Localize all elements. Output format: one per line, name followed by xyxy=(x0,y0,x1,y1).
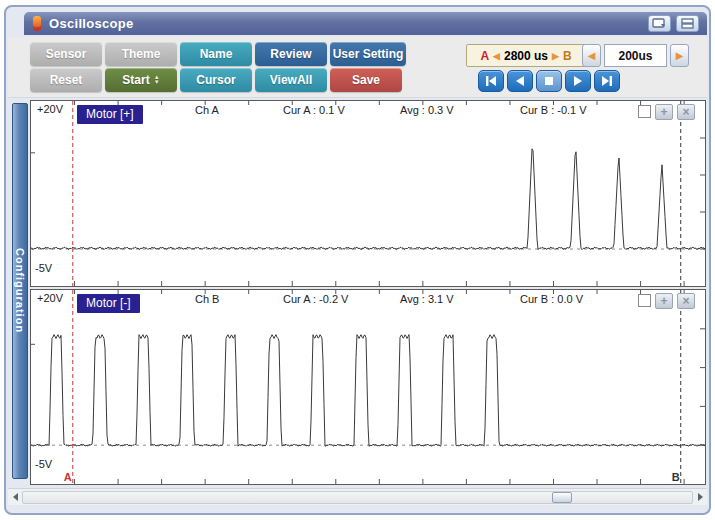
timebase-value: 200us xyxy=(604,44,667,67)
cursor-button[interactable]: Cursor xyxy=(180,68,252,92)
cursor-b-label: B xyxy=(563,49,572,63)
reset-button[interactable]: Reset xyxy=(30,68,102,92)
sensor-button[interactable]: Sensor xyxy=(30,42,102,66)
layout-panels-icon[interactable] xyxy=(676,15,699,32)
configuration-tab-label: Configuration xyxy=(14,248,26,333)
ch-b-signal-badge[interactable]: Motor [-] xyxy=(77,294,140,313)
ch-a-cursor-a-readout: Cur A : 0.1 V xyxy=(283,104,345,116)
cursor-range-value: 2800 us xyxy=(504,49,548,63)
cursor-b-arrow-icon: ▶ xyxy=(552,51,559,61)
scrollbar-track[interactable] xyxy=(22,491,693,504)
review-button[interactable]: Review xyxy=(255,42,327,66)
name-button[interactable]: Name xyxy=(180,42,252,66)
scroll-right-icon[interactable] xyxy=(693,490,707,505)
step-back-button[interactable] xyxy=(507,70,533,92)
ch-b-cursor-b-readout: Cur B : 0.0 V xyxy=(520,293,583,305)
user-setting-button[interactable]: User Setting xyxy=(330,42,406,66)
timebase-increase-button[interactable]: ▶ xyxy=(670,44,689,67)
ch-a-avg-readout: Avg : 0.3 V xyxy=(400,104,454,116)
capture-icon[interactable] xyxy=(648,15,671,32)
ch-b-close-icon[interactable]: × xyxy=(677,293,695,309)
scroll-left-icon[interactable] xyxy=(8,490,22,505)
timebase-decrease-button[interactable]: ◀ xyxy=(582,44,601,67)
ch-b-vmin-label: -5V xyxy=(35,458,52,470)
ch-b-avg-readout: Avg : 3.1 V xyxy=(400,293,454,305)
ch-a-cursor-b-readout: Cur B : -0.1 V xyxy=(520,104,587,116)
stop-button[interactable] xyxy=(536,70,562,92)
start-mode-spinner-icon: ▲▼ xyxy=(154,75,160,85)
horizontal-scrollbar xyxy=(8,488,707,505)
window-title: Oscilloscope xyxy=(49,16,134,31)
ch-b-cursor-a-readout: Cur A : -0.2 V xyxy=(283,293,348,305)
ch-a-vmax-label: +20V xyxy=(37,103,63,115)
configuration-tab[interactable]: Configuration xyxy=(12,103,28,479)
ch-a-signal-badge[interactable]: Motor [+] xyxy=(77,105,143,124)
ch-b-title: Ch B xyxy=(195,293,219,305)
app-icon xyxy=(33,16,41,31)
save-button[interactable]: Save xyxy=(330,68,402,92)
cursor-range-display: A ◀ 2800 us ▶ B xyxy=(466,44,586,67)
skip-to-start-button[interactable] xyxy=(478,70,504,92)
cursor-a-label: A xyxy=(480,49,489,63)
start-button[interactable]: Start ▲▼ xyxy=(105,68,177,92)
ch-b-select-checkbox[interactable] xyxy=(638,294,651,307)
theme-button[interactable]: Theme xyxy=(105,42,177,66)
ch-a-select-checkbox[interactable] xyxy=(638,105,651,118)
svg-text:A: A xyxy=(64,471,72,483)
step-forward-button[interactable] xyxy=(565,70,591,92)
ch-b-vmax-label: +20V xyxy=(37,292,63,304)
titlebar: Oscilloscope xyxy=(24,12,707,35)
ch-a-vmin-label: -5V xyxy=(35,262,52,274)
ch-a-close-icon[interactable]: × xyxy=(677,104,695,120)
ch-a-expand-icon[interactable]: + xyxy=(655,104,673,120)
start-button-label: Start xyxy=(122,73,149,87)
waveform-ch-b: AB xyxy=(31,290,705,484)
channel-b-panel: AB +20V -5V Motor [-] Ch B Cur A : -0.2 … xyxy=(30,289,706,485)
oscilloscope-window: Oscilloscope Sensor Theme Name Review Us… xyxy=(0,0,715,520)
skip-to-end-button[interactable] xyxy=(594,70,620,92)
ch-a-title: Ch A xyxy=(195,104,219,116)
scrollbar-thumb[interactable] xyxy=(552,492,572,503)
ch-b-expand-icon[interactable]: + xyxy=(655,293,673,309)
channel-a-panel: +20V -5V Motor [+] Ch A Cur A : 0.1 V Av… xyxy=(30,100,706,287)
cursor-a-arrow-icon: ◀ xyxy=(493,51,500,61)
svg-text:B: B xyxy=(672,471,680,483)
waveform-ch-a xyxy=(31,101,705,286)
viewall-button[interactable]: ViewAll xyxy=(255,68,327,92)
